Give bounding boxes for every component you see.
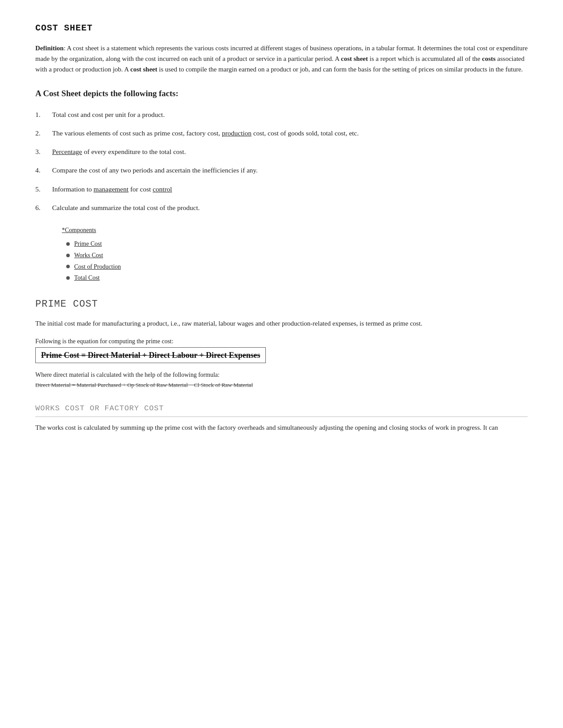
formula-label: Where direct material is calculated with… [35, 370, 528, 380]
list-item: Prime Cost [66, 239, 528, 249]
list-item: 1. Total cost and cost per unit for a pr… [35, 109, 528, 120]
works-cost-description: The works cost is calculated by summing … [35, 422, 528, 433]
list-item: 5. Information to management for cost co… [35, 184, 528, 195]
percentage-link[interactable]: Percentage [52, 148, 82, 155]
components-section: *Components Prime Cost Works Cost Cost o… [62, 225, 528, 283]
bullet-icon [66, 276, 70, 280]
list-num-3: 3. [35, 146, 52, 157]
works-cost-heading: WORKS COST OR FACTORY COST [35, 403, 528, 417]
definition-bold-3: cost sheet [130, 66, 157, 73]
list-content-4: Compare the cost of any two periods and … [52, 165, 528, 176]
management-link[interactable]: management [94, 185, 128, 193]
control-link[interactable]: control [153, 185, 172, 193]
definition-text-2: is a report which is accumulated all of … [368, 55, 482, 62]
list-num-2: 2. [35, 128, 52, 139]
cost-of-production-link[interactable]: Cost of Production [74, 262, 121, 272]
prime-cost-description: The initial cost made for manufacturing … [35, 318, 528, 329]
bullet-icon [66, 242, 70, 246]
definition-block: Definition: A cost sheet is a statement … [35, 43, 528, 75]
list-item: 4. Compare the cost of any two periods a… [35, 165, 528, 176]
list-content-1: Total cost and cost per unit for a produ… [52, 109, 528, 120]
list-num-5: 5. [35, 184, 52, 195]
list-item: Works Cost [66, 251, 528, 260]
list-content-6: Calculate and summarize the total cost o… [52, 203, 528, 213]
list-item: Cost of Production [66, 262, 528, 272]
list-item: Total Cost [66, 273, 528, 283]
list-content-2: The various elements of cost such as pri… [52, 128, 528, 139]
list-item: 3. Percentage of every expenditure to th… [35, 146, 528, 157]
bullet-icon [66, 265, 70, 268]
list-content-3: Percentage of every expenditure to the t… [52, 146, 528, 157]
list-item: 2. The various elements of cost such as … [35, 128, 528, 139]
section-heading: A Cost Sheet depicts the following facts… [35, 87, 528, 100]
list-num-4: 4. [35, 165, 52, 176]
direct-material-formula: Direct Material = Material Purchased + O… [35, 381, 528, 390]
production-link[interactable]: production [222, 129, 251, 137]
prime-cost-equation: Prime Cost = Direct Material + Direct La… [35, 347, 266, 364]
list-content-5: Information to management for cost contr… [52, 184, 528, 195]
list-num-6: 6. [35, 203, 52, 213]
definition-bold-2: costs [482, 55, 495, 62]
definition-bold-1: cost sheet [341, 55, 368, 62]
components-heading: *Components [62, 225, 528, 235]
facts-list: 1. Total cost and cost per unit for a pr… [35, 109, 528, 213]
prime-cost-heading: PRIME COST [35, 297, 528, 312]
bullet-icon [66, 254, 70, 257]
definition-label: Definition [35, 45, 64, 52]
equation-label: Following is the equation for computing … [35, 337, 528, 346]
works-cost-link[interactable]: Works Cost [74, 251, 103, 260]
list-item: 6. Calculate and summarize the total cos… [35, 203, 528, 213]
components-list: Prime Cost Works Cost Cost of Production… [66, 239, 528, 283]
definition-text-4: is used to compile the margin earned on … [157, 66, 523, 73]
list-num-1: 1. [35, 109, 52, 120]
prime-cost-link[interactable]: Prime Cost [74, 239, 102, 249]
total-cost-link[interactable]: Total Cost [74, 273, 100, 283]
page-title: COST SHEET [35, 21, 528, 35]
